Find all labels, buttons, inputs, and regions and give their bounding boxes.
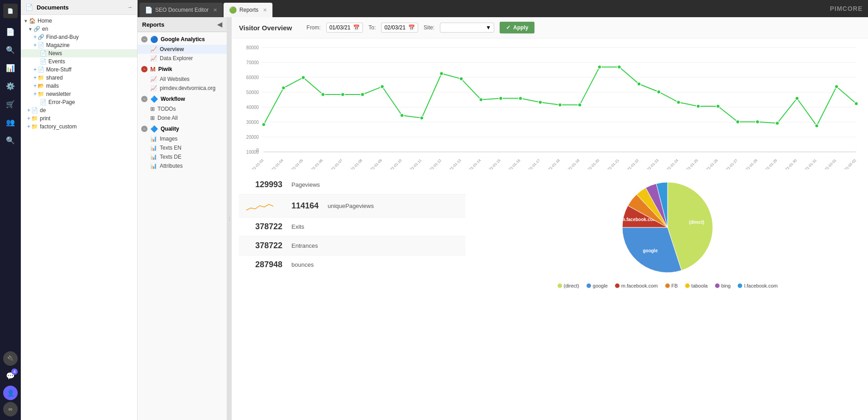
add-magazine-btn[interactable]: +	[33, 42, 37, 48]
workflow-label: Workflow	[161, 96, 185, 102]
nav-search[interactable]: 🔍	[2, 42, 19, 58]
add-newsletter-btn[interactable]: +	[33, 91, 37, 97]
report-item-overview[interactable]: 📈 Overview	[138, 45, 227, 54]
tree-item-find-and-buy[interactable]: + 🔗 Find-and-Buy	[21, 33, 137, 41]
nav-analytics[interactable]: 📊	[2, 60, 19, 76]
line-chart: 80000 70000 60000 50000 40000 30000 2000…	[239, 43, 861, 170]
nav-settings[interactable]: ⚙️	[2, 78, 19, 94]
toggle-home[interactable]: ▼	[23, 19, 29, 24]
vo-to-input[interactable]: 02/03/21 📅	[381, 23, 418, 33]
pageviews-label: Pageviews	[291, 181, 320, 188]
svg-text:2021-01-10: 2021-01-10	[387, 158, 403, 170]
collapse-workflow-btn[interactable]: −	[141, 96, 148, 102]
add-print-btn[interactable]: +	[27, 115, 30, 122]
svg-text:2021-01-26: 2021-01-26	[703, 158, 719, 170]
label-events: Events	[48, 58, 65, 65]
tree-item-factory-custom[interactable]: + 📁 factory_custom	[21, 123, 137, 131]
section-google-analytics-header[interactable]: − 🔵 Google Analytics	[138, 34, 227, 45]
svg-point-29	[519, 97, 522, 100]
tree-item-en[interactable]: ▼ 🔗 en	[21, 25, 137, 33]
plugin1-icon[interactable]: 🔌	[3, 351, 18, 366]
apply-button[interactable]: ✓ Apply	[500, 22, 534, 33]
collapse-quality-btn[interactable]: −	[141, 126, 148, 132]
nav-documents[interactable]: 📄	[2, 24, 19, 40]
svg-point-38	[696, 104, 700, 108]
done-all-icon: ⊞	[150, 115, 155, 121]
vo-from-input[interactable]: 01/03/21 📅	[326, 23, 363, 33]
seo-editor-close-btn[interactable]: ✕	[213, 7, 217, 13]
plugin2-icon[interactable]: ∞	[3, 402, 18, 416]
legend-dot	[738, 283, 742, 288]
tree-item-events[interactable]: 📄 Events	[21, 57, 137, 66]
tree-item-de[interactable]: + 📄 de	[21, 106, 137, 114]
add-mails-btn[interactable]: +	[33, 83, 37, 89]
tree-item-error-page[interactable]: 📄 Error-Page	[21, 98, 137, 106]
report-item-all-websites[interactable]: 📈 All Websites	[138, 75, 227, 84]
report-item-todos[interactable]: ⊞ TODOs	[138, 104, 227, 113]
nav-search2[interactable]: 🔍	[2, 132, 19, 148]
vo-header: Visitor Overview From: 01/03/21 📅 To: 02…	[232, 17, 868, 38]
section-piwik-header[interactable]: − M Piwik	[138, 64, 227, 75]
tree-item-mails[interactable]: + 📂 mails	[21, 82, 137, 90]
add-de-btn[interactable]: +	[27, 107, 30, 113]
folder-newsletter-icon: 📁	[38, 91, 44, 97]
calendar-from-icon[interactable]: 📅	[353, 24, 360, 31]
attributes-icon: 📊	[150, 163, 157, 169]
svg-point-32	[578, 103, 582, 107]
quality-label: Quality	[161, 126, 179, 132]
tab-reports[interactable]: 🟢 Reports ✕	[224, 3, 272, 17]
toggle-en[interactable]: ▼	[27, 27, 33, 32]
collapse-google-analytics-btn[interactable]: −	[141, 36, 148, 42]
report-item-pimdev[interactable]: 📈 pimdev.devtvornica.org	[138, 84, 227, 93]
nav-users[interactable]: 👥	[2, 114, 19, 130]
section-workflow: − 🔷 Workflow ⊞ TODOs ⊞ Done All	[138, 94, 227, 123]
svg-text:2021-01-24: 2021-01-24	[663, 158, 680, 170]
label-de: de	[40, 107, 46, 113]
chat-badge-count: 4	[11, 368, 18, 375]
nav-ecommerce[interactable]: 🛒	[2, 96, 19, 112]
section-quality: − 🔷 Quality 📊 Images 📊 Texts EN 📊	[138, 123, 227, 170]
legend-dot	[715, 283, 720, 288]
add-factory-btn[interactable]: +	[27, 123, 30, 130]
exits-label: Exits	[291, 223, 304, 230]
legend-item: m.facebook.com	[615, 283, 658, 288]
report-item-done-all[interactable]: ⊞ Done All	[138, 113, 227, 123]
main-area: 📄 SEO Document Editor ✕ 🟢 Reports ✕ PIMC…	[138, 0, 868, 420]
section-quality-header[interactable]: − 🔷 Quality	[138, 123, 227, 134]
label-error-page: Error-Page	[48, 99, 75, 105]
svg-point-26	[459, 77, 463, 80]
label-mails: mails	[46, 83, 59, 89]
tree-item-more-stuff[interactable]: + 📄 More-Stuff	[21, 66, 137, 74]
tree-item-magazine[interactable]: + 📄 Magazine	[21, 41, 137, 49]
report-item-attributes[interactable]: 📊 Attributes	[138, 161, 227, 170]
report-item-texts-de[interactable]: 📊 Texts DE	[138, 152, 227, 161]
svg-text:2021-01-31: 2021-01-31	[801, 158, 818, 170]
add-find-and-buy-btn[interactable]: +	[33, 34, 37, 40]
user-avatar[interactable]: 👤	[3, 386, 18, 400]
calendar-to-icon[interactable]: 📅	[408, 24, 415, 31]
tree-item-print[interactable]: + 📁 print	[21, 114, 137, 123]
visitor-overview: Visitor Overview From: 01/03/21 📅 To: 02…	[232, 17, 868, 420]
icon-sidebar: 📄 📄 🔍 📊 ⚙️ 🛒 👥 🔍 🔌 💬 4 👤 ∞	[0, 0, 21, 420]
add-shared-btn[interactable]: +	[33, 75, 37, 81]
report-item-texts-en[interactable]: 📊 Texts EN	[138, 143, 227, 152]
collapse-handle[interactable]: ⋮	[227, 17, 232, 420]
vo-site-select[interactable]: ▼	[440, 23, 494, 33]
section-workflow-header[interactable]: − 🔷 Workflow	[138, 94, 227, 104]
tab-seo-editor[interactable]: 📄 SEO Document Editor ✕	[139, 3, 223, 17]
reports-panel-collapse-btn[interactable]: ◀	[217, 21, 222, 28]
tree-item-news[interactable]: 📄 News	[21, 49, 137, 57]
reports-close-btn[interactable]: ✕	[263, 7, 267, 13]
collapse-piwik-btn[interactable]: −	[141, 66, 148, 72]
svg-text:2021-01-15: 2021-01-15	[486, 158, 502, 170]
documents-expand-btn[interactable]: →	[127, 4, 133, 10]
report-item-data-explorer[interactable]: 📈 Data Explorer	[138, 54, 227, 63]
texts-de-icon: 📊	[150, 154, 157, 160]
quality-icon: 🔷	[150, 125, 158, 132]
tree-item-home[interactable]: ▼ 🏠 Home	[21, 17, 137, 25]
tree-item-newsletter[interactable]: + 📁 newsletter	[21, 90, 137, 98]
piwik-label: Piwik	[158, 66, 172, 72]
tree-item-shared[interactable]: + 📁 shared	[21, 74, 137, 82]
report-item-images[interactable]: 📊 Images	[138, 134, 227, 143]
add-more-stuff-btn[interactable]: +	[33, 66, 37, 73]
